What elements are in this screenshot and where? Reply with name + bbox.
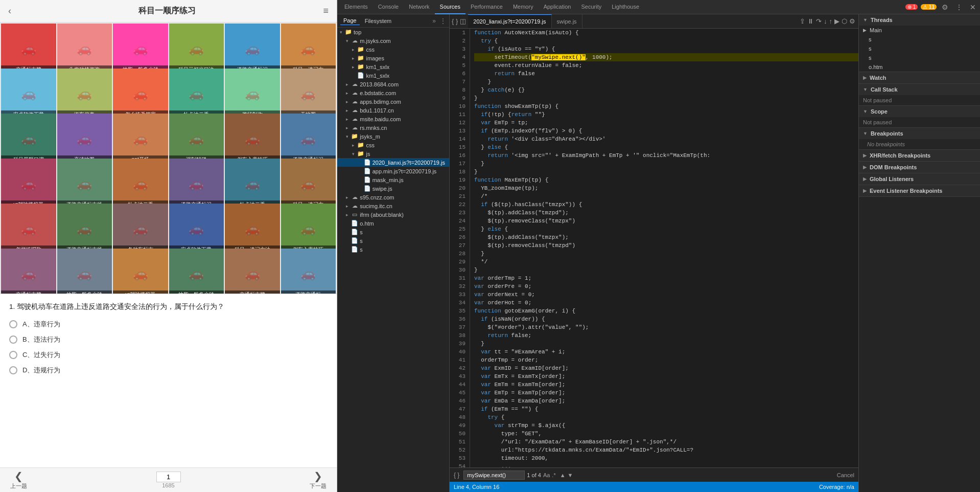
tree-item-3[interactable]: ▸📁images <box>337 54 449 62</box>
tree-item-16[interactable]: 📄app.min.js?t=20200719.js <box>337 167 449 175</box>
source-tree-more-icon[interactable]: » <box>432 17 436 25</box>
open-in-new-icon[interactable]: ⇪ <box>800 17 805 25</box>
thumbnail-item-10[interactable]: 🚗奖状制作 <box>225 69 280 119</box>
tree-item-8[interactable]: ▸☁apps.bdimg.com <box>337 97 449 106</box>
tree-item-13[interactable]: ▸📁css <box>337 141 449 149</box>
thumbnail-item-5[interactable]: 🚗科目一速记方 <box>281 24 336 74</box>
tab-network[interactable]: Network <box>404 0 434 14</box>
next-button[interactable]: ❯ 下一题 <box>310 470 326 490</box>
tree-item-24[interactable]: 📄s <box>337 236 449 245</box>
radio-a[interactable] <box>9 320 17 328</box>
tree-item-14[interactable]: ▾📁js <box>337 149 449 158</box>
tab-sources[interactable]: Sources <box>435 0 465 14</box>
scope-header[interactable]: ▼ Scope <box>859 106 980 117</box>
code-tab-main[interactable]: 2020_lianxi.js?t=20200719.js <box>468 14 551 29</box>
breakpoints-header[interactable]: ▼ Breakpoints <box>859 128 980 139</box>
dom-header[interactable]: ▶ DOM Breakpoints <box>859 162 980 173</box>
threads-header[interactable]: ▼ Threads <box>859 14 980 26</box>
tree-item-4[interactable]: ▸📁km1_sxlx <box>337 62 449 71</box>
thumbnail-item-3[interactable]: 🚗科目三灯光口诀 <box>169 24 224 74</box>
tree-item-7[interactable]: ▸☁e.bdstatic.com <box>337 88 449 97</box>
continue-icon[interactable]: ▶ <box>834 17 839 25</box>
tree-item-11[interactable]: ▸☁rs.mnks.cn <box>337 123 449 132</box>
tree-item-23[interactable]: 📄s <box>337 228 449 236</box>
thumbnail-item-19[interactable]: 🚗道路交通标志线 <box>57 159 112 209</box>
thumbnail-item-18[interactable]: 🚗vr驾驶模拟器 <box>1 159 56 209</box>
tree-item-0[interactable]: ▾📁top <box>337 28 449 36</box>
search-down-btn[interactable]: ▼ <box>568 472 573 478</box>
step-out-icon[interactable]: ↑ <box>829 17 833 25</box>
format-icon[interactable]: { } <box>452 17 458 25</box>
step-into-icon[interactable]: ↓ <box>824 17 827 25</box>
thumbnail-item-21[interactable]: 🚗道路交通标识 <box>169 159 224 209</box>
thread-item-2[interactable]: s <box>859 44 980 53</box>
thumbnail-item-33[interactable]: 🚗抽脂一般多少钱 <box>169 249 224 294</box>
match-case-btn[interactable]: Aa <box>543 472 550 478</box>
tree-item-25[interactable]: 📄s <box>337 245 449 254</box>
tree-item-20[interactable]: ▸☁sucimg.itc.cn <box>337 202 449 210</box>
tree-item-18[interactable]: 📄swipe.js <box>337 184 449 193</box>
thumbnail-item-23[interactable]: 🚗科目一速记方 <box>281 159 336 209</box>
thumbnail-item-1[interactable]: 🚗头发种植咨询 <box>57 24 112 74</box>
radio-b[interactable] <box>9 336 17 344</box>
thumbnail-item-28[interactable]: 🚗科目一速记方法 <box>225 204 280 254</box>
tab-memory[interactable]: Memory <box>508 0 539 14</box>
thread-item-3[interactable]: s <box>859 53 980 62</box>
xhr-header[interactable]: ▶ XHR/fetch Breakpoints <box>859 150 980 161</box>
thumbnail-item-14[interactable]: 🚗ppt开场 <box>113 114 168 164</box>
settings-code-icon[interactable]: ⚙ <box>849 17 855 25</box>
code-tab-swipe[interactable]: swipe.js <box>552 14 582 29</box>
tab-lighthouse[interactable]: Lighthouse <box>606 0 644 14</box>
thumbnail-item-0[interactable]: 🚗交通标志牌 <box>1 24 56 74</box>
thumbnail-item-8[interactable]: 🚗怎么练毛笔字 <box>113 69 168 119</box>
tab-elements[interactable]: Elements <box>339 0 373 14</box>
radio-d[interactable] <box>9 366 17 374</box>
thread-item-0[interactable]: ▶Main <box>859 26 980 35</box>
option-d[interactable]: D、违规行为 <box>9 366 328 375</box>
thumbnail-item-31[interactable]: 🚗抽脂一般多少钱 <box>57 249 112 294</box>
watch-header[interactable]: ▶ Watch <box>859 72 980 83</box>
cancel-search-btn[interactable]: Cancel <box>837 472 854 478</box>
regex-btn[interactable]: .* <box>552 472 555 478</box>
thumbnail-item-13[interactable]: 🚗高清地图 <box>57 114 112 164</box>
thumbnail-item-24[interactable]: 🚗怎样练唱歌 <box>1 204 56 254</box>
snippet-icon[interactable]: ◫ <box>460 17 466 25</box>
tree-item-6[interactable]: ▸☁2013.8684.com <box>337 80 449 88</box>
thumbnail-item-34[interactable]: 🚗交通标志牌 <box>225 249 280 294</box>
thumbnail-item-25[interactable]: 🚗道路交通标志线 <box>57 204 112 254</box>
event-header[interactable]: ▶ Event Listener Breakpoints <box>859 185 980 196</box>
settings-icon[interactable]: ⚙ <box>940 2 950 12</box>
tree-item-17[interactable]: 📄mask_min.js <box>337 175 449 184</box>
thumbnail-item-20[interactable]: 🚗杜卡迪二手 <box>113 159 168 209</box>
page-tab[interactable]: Page <box>340 16 360 25</box>
tree-item-9[interactable]: ▸☁bdu1.1017.cn <box>337 106 449 115</box>
option-a[interactable]: A、违章行为 <box>9 320 328 329</box>
thumbnail-item-35[interactable]: 🚗道路交通标 <box>281 249 336 294</box>
code-content[interactable]: function AutoNextExam(isAuto) { try { if… <box>470 29 858 467</box>
thumbnail-item-27[interactable]: 🚗安卓软件下载 <box>169 204 224 254</box>
tree-item-15[interactable]: 📄2020_lianxi.js?t=20200719.js <box>337 158 449 167</box>
thumbnail-item-11[interactable]: 🚗天地图 <box>281 69 336 119</box>
thumbnail-item-4[interactable]: 🚗道路交通标识 <box>225 24 280 74</box>
thumbnail-item-6[interactable]: 🚗安卓软件下载 <box>1 69 56 119</box>
thumbnail-item-12[interactable]: 🚗科目四顺口溜 <box>1 114 56 164</box>
tree-item-12[interactable]: ▾📁jsyks_m <box>337 132 449 141</box>
option-c[interactable]: C、过失行为 <box>9 350 328 360</box>
call-stack-header[interactable]: ▼ Call Stack <box>859 84 980 95</box>
tab-console[interactable]: Console <box>373 0 404 14</box>
close-devtools-icon[interactable]: ✕ <box>968 2 978 12</box>
global-header[interactable]: ▶ Global Listeners <box>859 173 980 185</box>
tree-item-10[interactable]: ▸☁msite.baidu.com <box>337 115 449 123</box>
step-over-icon[interactable]: ↷ <box>816 17 822 25</box>
tab-security[interactable]: Security <box>576 0 606 14</box>
tree-item-22[interactable]: 📄o.htm <box>337 219 449 228</box>
thread-item-1[interactable]: s <box>859 35 980 44</box>
source-tree-options-icon[interactable]: ⋮ <box>440 17 446 25</box>
thread-item-4[interactable]: o.htm <box>859 62 980 72</box>
more-icon[interactable]: ⋮ <box>953 2 965 12</box>
thumbnail-item-15[interactable]: 🚗强制解锁 <box>169 114 224 164</box>
page-input[interactable] <box>156 472 181 482</box>
thumbnail-item-29[interactable]: 🚗倒车入库技巧 <box>281 204 336 254</box>
tree-item-21[interactable]: ▸▭ifrm (about:blank) <box>337 210 449 219</box>
radio-c[interactable] <box>9 351 17 359</box>
